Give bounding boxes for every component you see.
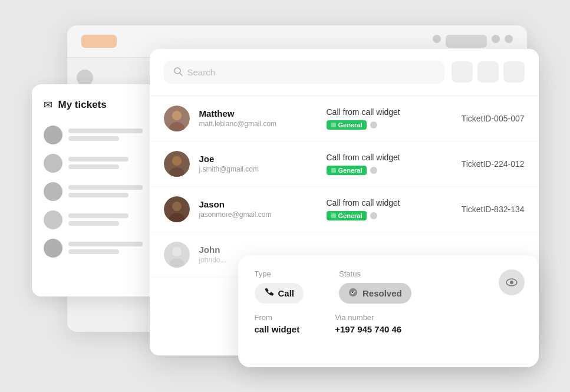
detail-bottom-row: From call widget Via number +197 945 740… [255,313,522,334]
ticket-id-matthew: TicketID-005-007 [462,114,525,123]
ticket-subject-joe: Call from call widget General [327,153,452,175]
search-bar[interactable]: Search [164,61,444,84]
ticket-email-jason: jasonmore@gmail.com [199,210,317,219]
sidebar-item-lines-5 [68,242,162,254]
ticket-tags-jason: General [327,211,452,220]
sidebar-avatar-5 [44,239,62,258]
svg-point-3 [172,111,182,120]
tag-general-jason: General [327,211,367,220]
envelope-icon: ✉ [44,98,52,111]
detail-call-button[interactable]: Call [255,283,304,304]
tag-general-matthew: General [327,120,367,130]
sidebar-item-lines-4 [68,213,162,226]
detail-type-field: Type Call [255,269,304,304]
header-dots [433,35,513,48]
tag-general-joe: General [327,166,367,175]
header-pill [446,35,487,48]
sidebar-line-1a [68,129,143,133]
sidebar-list-item-2 [44,154,162,173]
detail-via-field: Via number +197 945 740 46 [335,313,401,334]
sidebar-line-5b [68,249,120,254]
avatar-jason [164,196,190,222]
detail-resolved-button[interactable]: Resolved [339,283,411,304]
ticket-name-john: John [199,245,317,255]
ticket-row-matthew[interactable]: Matthew matt.leblanc@gmail.com Call from… [150,96,539,141]
sidebar-line-4a [68,213,129,218]
svg-rect-9 [331,168,336,173]
sidebar-list [44,126,162,258]
ticket-tags-joe: General [327,166,452,175]
sidebar-line-1b [68,136,120,141]
sidebar-line-3b [68,193,129,197]
detail-type-label: Type [255,269,304,278]
ticket-info-joe: Joe j.smith@gmail.com [199,154,317,173]
header-action-btn-2[interactable] [477,61,499,83]
tag-dot-jason [370,212,377,219]
detail-top-row: Type Call Status [255,269,522,304]
detail-type-value: Call [278,288,295,298]
ticket-tags-matthew: General [327,120,452,130]
ticket-email-matthew: matt.leblanc@gmail.com [199,120,317,128]
sidebar-title: My tickets [58,99,107,111]
ticket-subject-jason: Call from call widget General [327,198,452,220]
sidebar-line-2a [68,157,129,162]
ticket-list: Matthew matt.leblanc@gmail.com Call from… [150,96,539,278]
tag-dot-matthew [370,121,377,129]
detail-status-label: Status [339,269,411,278]
main-header: Search [150,49,539,96]
ticket-subject-text-joe: Call from call widget [327,153,452,162]
bg-sidebar-avatar-1 [77,70,93,86]
svg-point-18 [510,281,513,284]
header-action-btn-3[interactable] [503,61,525,83]
header-dot-3 [505,35,513,43]
call-icon [264,288,274,299]
ticket-id-joe: TicketID-224-012 [462,159,525,169]
sidebar-list-item-3 [44,182,162,201]
check-icon [348,288,358,299]
sidebar-item-lines-2 [68,157,162,169]
detail-from-value: call widget [255,324,300,334]
ticket-row-jason[interactable]: Jason jasonmore@gmail.com Call from call… [150,187,539,232]
svg-point-7 [172,156,182,166]
ticket-row-joe[interactable]: Joe j.smith@gmail.com Call from call wid… [150,141,539,187]
sidebar-list-item-4 [44,210,162,229]
header-orange-btn [81,35,117,48]
sidebar-item-lines-3 [68,185,162,197]
header-action-btns [452,61,525,83]
sidebar-line-2b [68,164,120,169]
detail-from-label: From [255,313,300,322]
scene: ✉ My tickets [32,25,539,367]
avatar-matthew [164,106,190,131]
detail-from-field: From call widget [255,313,300,334]
detail-via-value: +197 945 740 46 [335,324,401,334]
tag-dot-joe [370,167,377,174]
sidebar-line-4b [68,221,120,226]
header-dot-2 [492,35,500,43]
ticket-name-joe: Joe [199,154,317,164]
ticket-name-jason: Jason [199,199,317,209]
ticket-subject-matthew: Call from call widget General [327,107,452,130]
sidebar-avatar-2 [44,154,62,173]
avatar-john [164,242,190,268]
ticket-info-matthew: Matthew matt.leblanc@gmail.com [199,108,317,128]
svg-point-11 [172,202,182,211]
sidebar-title-row: ✉ My tickets [44,98,162,111]
ticket-name-matthew: Matthew [199,108,317,118]
svg-rect-5 [331,123,336,127]
detail-status-value: Resolved [363,288,402,298]
eye-button[interactable] [499,269,525,295]
sidebar-list-item-5 [44,239,162,258]
search-placeholder: Search [187,67,435,77]
sidebar-line-5a [68,242,143,246]
ticket-email-joe: j.smith@gmail.com [199,165,317,173]
ticket-id-jason: TicketID-832-134 [462,205,525,214]
avatar-joe [164,151,190,177]
ticket-subject-text-matthew: Call from call widget [327,107,452,117]
ticket-subject-text-jason: Call from call widget [327,198,452,207]
header-action-btn-1[interactable] [452,61,473,83]
svg-point-15 [172,247,182,256]
sidebar-line-3a [68,185,143,190]
svg-line-1 [180,73,182,75]
sidebar-avatar-4 [44,210,62,229]
sidebar-list-item-1 [44,126,162,144]
